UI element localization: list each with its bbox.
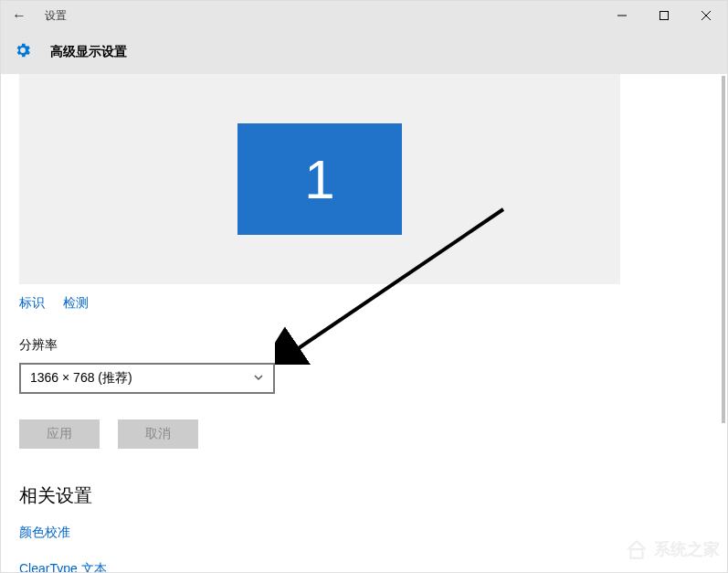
color-calibration-link[interactable]: 颜色校准 [19,525,727,541]
minimize-button[interactable] [601,1,643,30]
page-header: 高级显示设置 [1,30,727,74]
resolution-dropdown[interactable]: 1366 × 768 (推荐) [19,363,275,394]
back-button[interactable]: ← [12,7,30,24]
resolution-label: 分辨率 [19,337,727,354]
apply-button[interactable]: 应用 [19,419,100,449]
identify-link[interactable]: 标识 [19,295,45,312]
maximize-button[interactable] [643,1,685,30]
display-preview-area: 1 [19,74,620,284]
resolution-selected: 1366 × 768 (推荐) [30,370,132,387]
action-buttons: 应用 取消 [19,419,727,449]
gear-icon [14,41,32,63]
cleartype-text-link[interactable]: ClearType 文本 [19,561,727,572]
detect-link[interactable]: 检测 [63,295,89,312]
content-area: 1 标识 检测 分辨率 1366 × 768 (推荐) 应用 取消 相关设置 颜… [1,74,727,572]
monitor-number: 1 [304,148,334,211]
svg-rect-1 [660,12,669,20]
window-title: 设置 [45,8,67,24]
chevron-down-icon [253,371,264,386]
page-title: 高级显示设置 [50,44,127,60]
title-bar: ← 设置 [1,1,727,30]
window-controls [601,1,727,30]
monitor-tile-1[interactable]: 1 [237,123,402,235]
cancel-button[interactable]: 取消 [118,419,198,449]
related-settings-heading: 相关设置 [19,483,727,508]
display-links: 标识 检测 [19,295,727,312]
vertical-scrollbar[interactable] [722,76,725,423]
close-button[interactable] [685,1,727,30]
